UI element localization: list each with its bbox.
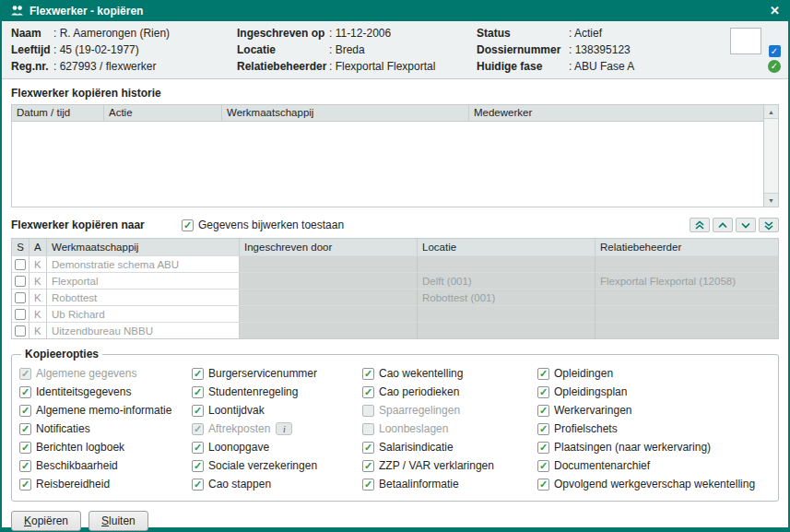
sluiten-button[interactable]: Sluiten [88, 511, 148, 531]
move-top-button[interactable] [690, 218, 710, 232]
ingeschreven-door-cell [240, 290, 418, 305]
table-row[interactable]: K Robottest Robottest (001) [12, 289, 778, 305]
checkbox-icon[interactable] [192, 460, 204, 472]
option-opleidingen[interactable]: Opleidingen [537, 367, 771, 380]
move-bottom-button[interactable] [759, 218, 779, 232]
checkbox-icon[interactable] [19, 368, 31, 380]
checkbox-icon[interactable] [182, 219, 194, 231]
checkbox-icon[interactable] [362, 368, 374, 380]
field-value-locatie: : Breda [329, 43, 365, 56]
option-betaalinformatie[interactable]: Betaalinformatie [362, 478, 537, 491]
option-label: Salarisindicatie [379, 441, 454, 454]
checkbox-icon[interactable] [19, 460, 31, 472]
ingeschreven-door-cell [240, 256, 418, 272]
checkbox-icon[interactable] [192, 423, 204, 435]
checkbox-icon[interactable] [362, 386, 374, 398]
move-up-button[interactable] [713, 218, 733, 232]
option-label: Opleidingsplan [554, 385, 627, 398]
field-value-leeftijd: : 45 (19-02-1977) [53, 43, 139, 56]
checkbox-icon[interactable] [192, 479, 204, 491]
titlebar[interactable]: Flexwerker - kopiëren ✕ [2, 0, 788, 21]
option-reisbereidheid[interactable]: Reisbereidheid [19, 478, 192, 491]
option-plaatsingen[interactable]: Plaatsingen (naar werkervaring) [537, 441, 771, 454]
option-aftrekposten[interactable]: Aftrekposten [192, 422, 270, 435]
checkbox-icon[interactable] [19, 442, 31, 454]
option-label: Loonopgave [208, 441, 269, 454]
kopieren-button[interactable]: Kopiëren [11, 511, 81, 531]
info-icon[interactable]: i [276, 422, 292, 435]
row-select-checkbox[interactable] [15, 309, 26, 320]
option-cao-periodieken[interactable]: Cao periodieken [362, 385, 537, 398]
checkbox-icon[interactable] [537, 423, 549, 435]
option-opvolgend-werkgeverschap[interactable]: Opvolgend werkgeverschap wekentelling [537, 478, 771, 491]
option-algemene-gegevens[interactable]: Algemene gegevens [19, 367, 192, 380]
option-loontijdvak[interactable]: Loontijdvak [192, 404, 362, 417]
option-loonbeslagen[interactable]: Loonbeslagen [362, 422, 537, 435]
checkbox-icon[interactable] [362, 479, 374, 491]
option-opleidingsplan[interactable]: Opleidingsplan [537, 385, 771, 398]
option-label: Plaatsingen (naar werkervaring) [554, 441, 711, 454]
option-burgerservicenummer[interactable]: Burgerservicenummer [192, 367, 362, 380]
close-icon[interactable]: ✕ [770, 4, 780, 18]
checkbox-icon[interactable] [19, 423, 31, 435]
row-select-checkbox[interactable] [15, 276, 26, 287]
option-cao-stappen[interactable]: Cao stappen [192, 478, 362, 491]
history-scrollbar[interactable]: ▲ ▼ [763, 105, 778, 207]
checkbox-icon[interactable] [19, 405, 31, 417]
checkbox-icon[interactable] [19, 386, 31, 398]
locatie-cell: Robottest (001) [418, 290, 595, 305]
option-documentenarchief[interactable]: Documentenarchief [537, 459, 771, 472]
scroll-up-icon[interactable]: ▲ [764, 105, 778, 119]
history-section-title: Flexwerker kopiëren historie [11, 87, 779, 100]
chevron-double-up-icon [694, 220, 705, 231]
checkbox-icon[interactable] [192, 442, 204, 454]
checkbox-icon[interactable] [537, 368, 549, 380]
option-spaarregelingen[interactable]: Spaarregelingen [362, 404, 537, 417]
option-werkervaringen[interactable]: Werkervaringen [537, 404, 771, 417]
table-row[interactable]: K Ub Richard [12, 305, 778, 322]
checkbox-icon[interactable] [19, 479, 31, 491]
option-berichten-logboek[interactable]: Berichten logboek [19, 441, 192, 454]
allow-update-checkbox[interactable]: Gegevens bijwerken toestaan [182, 219, 344, 231]
checkbox-icon[interactable] [362, 460, 374, 472]
option-algemene-memo-informatie[interactable]: Algemene memo-informatie [19, 404, 192, 417]
field-value-ingeschreven-op: : 11-12-2006 [329, 27, 391, 40]
option-zzp-var-verklaringen[interactable]: ZZP / VAR verklaringen [362, 459, 537, 472]
scroll-down-icon[interactable]: ▼ [764, 193, 778, 207]
option-notificaties[interactable]: Notificaties [19, 422, 192, 435]
table-row[interactable]: K Demonstratie schema ABU [12, 255, 778, 272]
checkbox-icon[interactable] [192, 405, 204, 417]
checkbox-icon[interactable] [192, 386, 204, 398]
checkbox-icon[interactable] [537, 479, 549, 491]
option-beschikbaarheid[interactable]: Beschikbaarheid [19, 459, 192, 472]
option-loonopgave[interactable]: Loonopgave [192, 441, 362, 454]
option-sociale-verzekeringen[interactable]: Sociale verzekeringen [192, 459, 362, 472]
checkbox-icon[interactable] [537, 460, 549, 472]
option-identiteitsgegevens[interactable]: Identiteitsgegevens [19, 385, 192, 398]
werkmaatschappij-cell: Uitzendbureau NBBU [47, 323, 240, 338]
table-row[interactable]: K Uitzendbureau NBBU [12, 322, 778, 338]
option-cao-wekentelling[interactable]: Cao wekentelling [362, 367, 537, 380]
field-label-locatie: Locatie [237, 43, 329, 56]
header-col-1: Naam: R. Aamerongen (Rien) Leeftijd: 45 … [11, 27, 237, 73]
checkbox-icon[interactable] [362, 442, 374, 454]
checkbox-icon[interactable] [537, 405, 549, 417]
table-row[interactable]: K Flexportal Delft (001) Flexportal Flex… [12, 272, 778, 289]
selected-checkbox-icon[interactable]: ✓ [769, 45, 781, 57]
field-value-regnr: : 627993 / flexwerker [53, 60, 156, 73]
checkbox-icon[interactable] [537, 386, 549, 398]
row-select-checkbox[interactable] [15, 292, 26, 303]
option-studentenregeling[interactable]: Studentenregeling [192, 385, 362, 398]
ingeschreven-door-cell [240, 306, 418, 322]
row-select-checkbox[interactable] [15, 259, 26, 270]
checkbox-icon[interactable] [192, 368, 204, 380]
relatiebeheerder-cell [595, 290, 778, 305]
checkbox-icon[interactable] [362, 405, 374, 417]
move-down-button[interactable] [736, 218, 756, 232]
option-profielschets[interactable]: Profielschets [537, 422, 771, 435]
checkbox-icon[interactable] [537, 442, 549, 454]
options-column-3: Cao wekentelling Cao periodieken Spaarre… [362, 367, 537, 491]
checkbox-icon[interactable] [362, 423, 374, 435]
row-select-checkbox[interactable] [15, 325, 26, 337]
option-salarisindicatie[interactable]: Salarisindicatie [362, 441, 537, 454]
